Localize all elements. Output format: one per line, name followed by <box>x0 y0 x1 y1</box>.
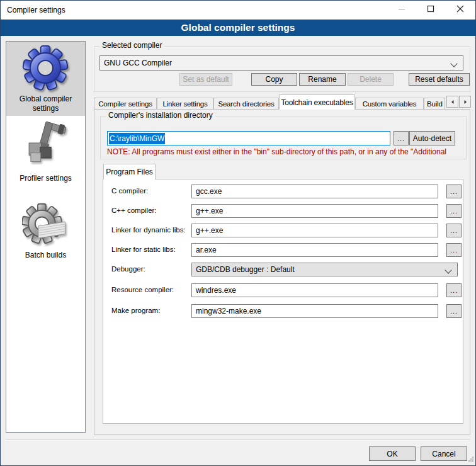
debugger-select[interactable]: GDB/CDB debugger : Default <box>191 263 458 276</box>
tab-linker-settings[interactable]: Linker settings <box>157 98 213 110</box>
program-files-panel: C compiler: gcc.exe ... C++ compiler: g+… <box>103 179 463 424</box>
sidebar-item-global-compiler-settings[interactable]: Global compiler settings <box>6 42 85 116</box>
close-button[interactable] <box>445 1 475 19</box>
compiler-settings-dialog: Compiler settings Global compiler settin… <box>0 0 476 466</box>
installation-note: NOTE: All programs must exist either in … <box>107 147 461 156</box>
make-program-input[interactable]: mingw32-make.exe <box>191 304 438 318</box>
reset-defaults-button[interactable]: Reset defaults <box>409 73 470 86</box>
field-label-c-compiler: C compiler: <box>111 187 148 195</box>
installation-directory-browse-button[interactable]: ... <box>394 131 409 145</box>
global-compiler-settings-icon <box>22 45 69 93</box>
cancel-button[interactable]: Cancel <box>421 446 467 461</box>
profiler-settings-icon <box>22 120 69 168</box>
linker-static-browse-button[interactable]: ... <box>446 243 462 257</box>
compiler-select-value: GNU GCC Compiler <box>100 59 172 67</box>
subtab-program-files[interactable]: Program Files <box>103 164 156 179</box>
rename-button[interactable]: Rename <box>299 73 346 86</box>
settings-category-list: Global compiler settings Profiler settin… <box>6 41 86 433</box>
tab-compiler-settings[interactable]: Compiler settings <box>94 98 157 110</box>
sidebar-item-batch-builds[interactable]: Batch builds <box>6 199 85 264</box>
selected-compiler-group-label: Selected compiler <box>99 41 164 50</box>
window-title: Compiler settings <box>7 6 65 14</box>
cpp-compiler-input[interactable]: g++.exe <box>191 204 438 218</box>
field-label-cpp-compiler: C++ compiler: <box>111 207 157 214</box>
linker-static-input[interactable]: ar.exe <box>191 243 438 257</box>
resize-grip[interactable] <box>468 455 474 464</box>
footer-separator <box>6 440 470 441</box>
c-compiler-browse-button[interactable]: ... <box>446 185 462 198</box>
resource-compiler-input[interactable]: windres.exe <box>191 283 438 297</box>
sidebar-item-profiler-settings[interactable]: Profiler settings <box>6 116 85 186</box>
field-label-linker-dynamic: Linker for dynamic libs: <box>111 226 186 234</box>
auto-detect-button[interactable]: Auto-detect <box>409 131 455 145</box>
tab-custom-variables[interactable]: Custom variables <box>355 98 424 110</box>
titlebar[interactable]: Compiler settings <box>1 1 475 20</box>
dialog-header: Global compiler settings <box>1 20 475 36</box>
sidebar-item-label: Profiler settings <box>6 174 85 183</box>
ok-button[interactable]: OK <box>369 446 416 461</box>
chevron-down-icon <box>445 266 451 273</box>
maximize-button[interactable] <box>416 1 445 19</box>
installation-directory-input[interactable]: C:\raylib\MinGW <box>107 131 390 145</box>
tab-scroll-left-button[interactable] <box>446 96 458 108</box>
tab-build-options[interactable]: Build <box>424 98 445 110</box>
debugger-select-value: GDB/CDB debugger : Default <box>192 265 295 274</box>
make-program-browse-button[interactable]: ... <box>446 304 462 318</box>
maximize-icon <box>427 5 434 14</box>
sidebar-item-label: Global compiler settings <box>6 94 85 113</box>
cpp-compiler-browse-button[interactable]: ... <box>446 204 462 218</box>
triangle-right-icon <box>463 98 468 106</box>
copy-button[interactable]: Copy <box>251 73 297 86</box>
resource-compiler-browse-button[interactable]: ... <box>446 283 462 297</box>
minimize-icon <box>398 5 405 14</box>
compiler-select[interactable]: GNU GCC Compiler <box>99 55 463 71</box>
chevron-down-icon <box>450 60 457 67</box>
delete-button[interactable]: Delete <box>348 73 394 86</box>
minimize-button[interactable] <box>387 1 416 19</box>
sidebar-item-label: Batch builds <box>6 251 85 260</box>
selected-compiler-group: Selected compiler GNU GCC Compiler Set a… <box>94 46 470 92</box>
selected-text: C:\raylib\MinGW <box>109 133 165 144</box>
field-label-debugger: Debugger: <box>111 265 145 273</box>
dialog-header-title: Global compiler settings <box>181 22 295 33</box>
field-label-resource-compiler: Resource compiler: <box>111 286 174 293</box>
close-icon <box>456 5 464 14</box>
installation-directory-group: Compiler's installation directory C:\ray… <box>100 116 467 159</box>
tab-toolchain-executables[interactable]: Toolchain executables <box>279 94 355 110</box>
triangle-left-icon <box>450 98 455 106</box>
linker-dynamic-browse-button[interactable]: ... <box>446 224 462 237</box>
installation-directory-group-label: Compiler's installation directory <box>106 111 215 120</box>
set-as-default-button[interactable]: Set as default <box>179 73 232 86</box>
batch-builds-icon <box>22 202 69 250</box>
tab-search-directories[interactable]: Search directories <box>213 98 279 110</box>
linker-dynamic-input[interactable]: g++.exe <box>191 224 438 237</box>
tab-scroll-right-button[interactable] <box>459 96 471 108</box>
c-compiler-input[interactable]: gcc.exe <box>191 185 438 198</box>
field-label-make-program: Make program: <box>111 307 160 314</box>
field-label-linker-static: Linker for static libs: <box>111 246 176 253</box>
